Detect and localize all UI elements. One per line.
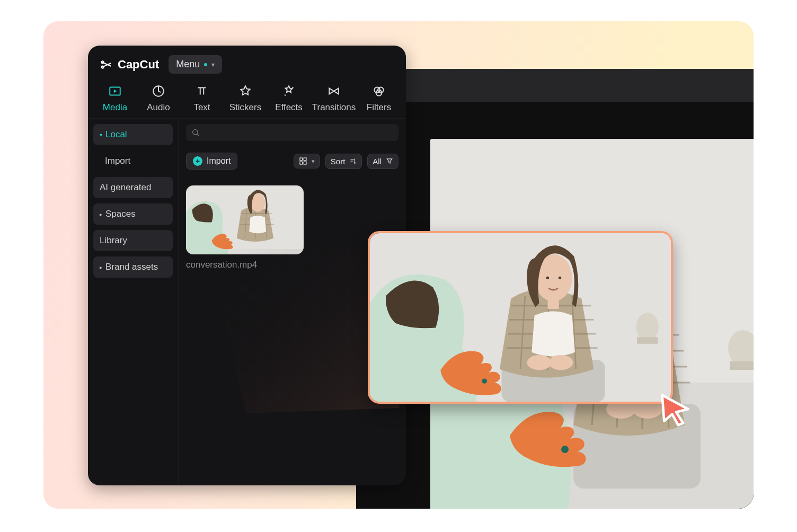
tab-stickers[interactable]: Stickers <box>230 84 261 113</box>
search-input[interactable] <box>186 124 398 141</box>
app-name: CapCut <box>118 58 159 72</box>
svg-rect-8 <box>730 361 754 370</box>
svg-rect-54 <box>637 337 658 343</box>
audio-icon <box>152 84 165 98</box>
view-layout-button[interactable]: ▾ <box>294 154 320 169</box>
menu-button[interactable]: Menu ▾ <box>169 55 222 74</box>
tab-label: Text <box>193 102 210 113</box>
import-button[interactable]: + Import <box>186 153 237 170</box>
tabstrip: Media Audio Text Stickers <box>88 77 406 119</box>
menu-indicator-dot <box>204 63 207 66</box>
tab-transitions[interactable]: Transitions <box>317 84 351 113</box>
svg-rect-33 <box>300 158 303 161</box>
sidebar-item-label: Spaces <box>105 209 136 219</box>
transitions-icon <box>327 84 341 98</box>
chevron-down-icon: ▾ <box>211 61 215 68</box>
tab-filters[interactable]: Filters <box>364 84 394 113</box>
svg-point-65 <box>546 277 549 279</box>
drag-preview[interactable] <box>368 231 673 404</box>
sidebar-item-library[interactable]: Library <box>93 230 173 251</box>
filter-icon <box>386 157 393 165</box>
filters-icon <box>372 84 386 98</box>
sidebar-item-local[interactable]: ▾ Local <box>93 124 173 145</box>
sidebar-item-ai-generated[interactable]: AI generated <box>93 177 173 198</box>
tab-text[interactable]: Text <box>187 84 217 113</box>
tab-label: Effects <box>275 102 303 113</box>
sort-label: Sort <box>331 157 346 166</box>
grid-icon <box>299 157 307 165</box>
stage: Player <box>43 21 754 509</box>
tab-label: Media <box>103 102 127 113</box>
plus-icon: + <box>193 156 202 166</box>
stickers-icon <box>238 84 252 98</box>
tab-label: Filters <box>367 102 391 113</box>
filter-label: All <box>373 157 382 166</box>
editor-window: CapCut Menu ▾ Media Audio <box>88 46 406 485</box>
chevron-down-icon: ▾ <box>312 158 315 165</box>
svg-point-32 <box>193 130 198 135</box>
app-logo: CapCut <box>101 58 159 72</box>
thumbnail-image <box>186 185 304 254</box>
tab-audio[interactable]: Audio <box>143 84 174 113</box>
svg-point-24 <box>561 446 569 453</box>
sidebar-item-spaces[interactable]: ▸ Spaces <box>93 203 173 225</box>
sort-button[interactable]: Sort <box>325 154 362 169</box>
tab-media[interactable]: Media <box>100 84 130 113</box>
tab-label: Audio <box>147 102 170 113</box>
svg-point-68 <box>548 355 573 370</box>
caret-right-icon: ▸ <box>100 264 102 270</box>
svg-rect-36 <box>304 162 306 164</box>
sidebar-item-brand-assets[interactable]: ▸ Brand assets <box>93 256 173 278</box>
sidebar: ▾ Local Import AI generated ▸ Spaces Lib… <box>88 119 178 484</box>
search-icon <box>191 128 200 137</box>
caret-right-icon: ▸ <box>100 211 102 217</box>
import-label: Import <box>207 156 231 166</box>
menu-label: Menu <box>176 59 200 70</box>
sidebar-item-label: Brand assets <box>105 262 158 272</box>
tab-label: Transitions <box>312 102 356 113</box>
titlebar: CapCut Menu ▾ <box>88 46 406 77</box>
sort-icon <box>349 157 357 165</box>
svg-rect-64 <box>547 296 559 309</box>
svg-point-67 <box>527 355 551 370</box>
sidebar-item-label: Import <box>105 156 130 166</box>
svg-point-69 <box>482 378 487 384</box>
caret-down-icon: ▾ <box>100 132 102 138</box>
sidebar-item-label: Library <box>100 235 127 246</box>
player-header: Player <box>356 69 754 102</box>
media-icon <box>108 84 122 98</box>
tab-effects[interactable]: Effects <box>273 84 304 113</box>
effects-icon <box>282 84 296 98</box>
svg-rect-35 <box>300 162 303 164</box>
thumbnail-caption: conversation.mp4 <box>186 260 304 270</box>
svg-point-53 <box>636 313 659 341</box>
sidebar-item-label: Local <box>105 129 127 140</box>
tab-label: Stickers <box>229 102 261 113</box>
text-icon <box>195 84 209 98</box>
sidebar-item-import[interactable]: Import <box>93 150 173 172</box>
media-thumbnail[interactable]: conversation.mp4 <box>186 185 304 270</box>
svg-point-66 <box>559 277 561 279</box>
filter-button[interactable]: All <box>367 154 398 169</box>
sidebar-item-label: AI generated <box>100 182 151 193</box>
content-toolbar: + Import ▾ Sort All <box>186 153 398 170</box>
svg-rect-34 <box>304 158 306 161</box>
